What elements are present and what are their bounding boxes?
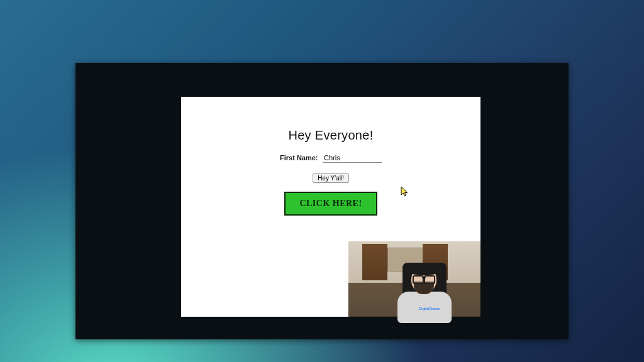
letterbox-frame: Hey Everyone! First Name: Hey Y'all! CLI… [0, 0, 644, 362]
click-here-button[interactable]: CLICK HERE! [284, 192, 377, 216]
first-name-label: First Name: [280, 154, 318, 162]
big-button-row: CLICK HERE! [181, 192, 480, 216]
page-viewport: Hey Everyone! First Name: Hey Y'all! CLI… [181, 97, 480, 317]
small-button-row: Hey Y'all! [181, 172, 480, 183]
first-name-row: First Name: [181, 151, 480, 163]
page-content: Hey Everyone! First Name: Hey Y'all! CLI… [181, 128, 480, 224]
page-heading: Hey Everyone! [181, 128, 480, 143]
webcam-overlay: DigitalOcean [348, 241, 480, 317]
webcam-door-left [362, 244, 387, 280]
shirt-logo-text: DigitalOcean [419, 307, 440, 310]
glasses-lens-right [424, 275, 435, 284]
glasses-icon [413, 275, 435, 282]
hey-yall-button[interactable]: Hey Y'all! [313, 173, 349, 183]
webcam-cap-brim [406, 270, 441, 274]
webcam-person: DigitalOcean [392, 263, 455, 319]
first-name-input[interactable] [323, 153, 382, 163]
